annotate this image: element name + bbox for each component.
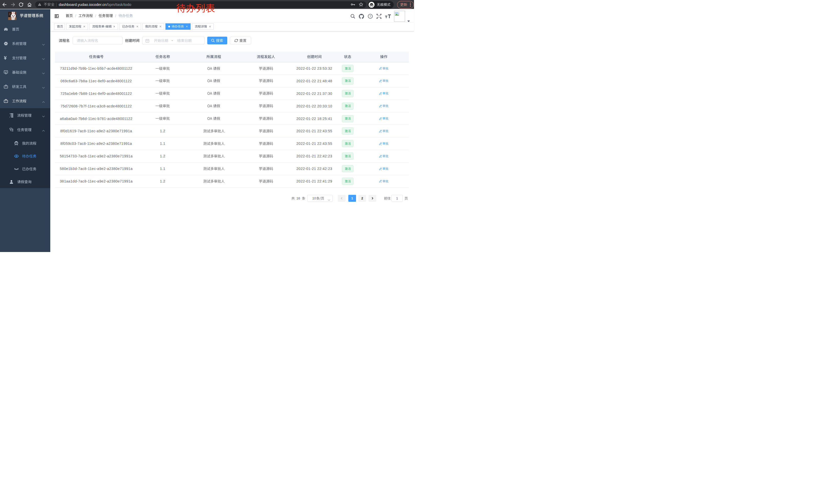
svg-text:?: ? [369, 15, 371, 18]
